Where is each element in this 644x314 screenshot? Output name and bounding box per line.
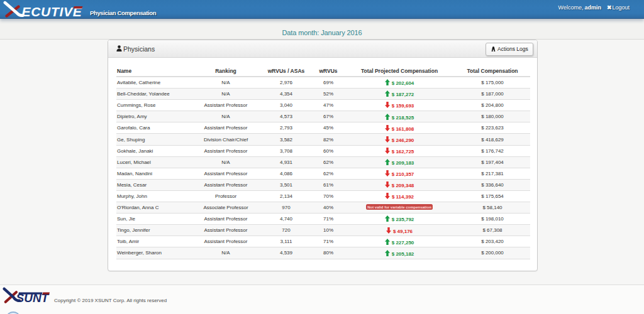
- svg-text:ECUTIVE: ECUTIVE: [22, 4, 82, 19]
